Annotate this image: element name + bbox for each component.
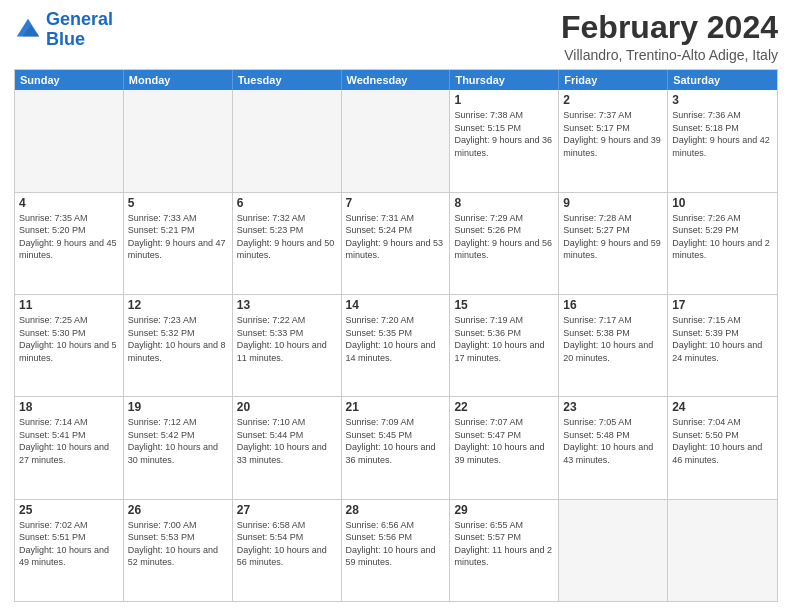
cal-cell-day-22: 22Sunrise: 7:07 AMSunset: 5:47 PMDayligh… — [450, 397, 559, 498]
cal-cell-day-27: 27Sunrise: 6:58 AMSunset: 5:54 PMDayligh… — [233, 500, 342, 601]
day-number-25: 25 — [19, 503, 119, 517]
header-day-friday: Friday — [559, 70, 668, 90]
day-number-13: 13 — [237, 298, 337, 312]
cell-detail-26: Sunrise: 7:00 AMSunset: 5:53 PMDaylight:… — [128, 519, 228, 569]
day-number-22: 22 — [454, 400, 554, 414]
day-number-28: 28 — [346, 503, 446, 517]
day-number-3: 3 — [672, 93, 773, 107]
cell-detail-29: Sunrise: 6:55 AMSunset: 5:57 PMDaylight:… — [454, 519, 554, 569]
cal-cell-day-6: 6Sunrise: 7:32 AMSunset: 5:23 PMDaylight… — [233, 193, 342, 294]
logo: General Blue — [14, 10, 113, 50]
day-number-5: 5 — [128, 196, 228, 210]
cal-cell-day-26: 26Sunrise: 7:00 AMSunset: 5:53 PMDayligh… — [124, 500, 233, 601]
day-number-16: 16 — [563, 298, 663, 312]
cell-detail-18: Sunrise: 7:14 AMSunset: 5:41 PMDaylight:… — [19, 416, 119, 466]
page: General Blue February 2024 Villandro, Tr… — [0, 0, 792, 612]
cell-detail-27: Sunrise: 6:58 AMSunset: 5:54 PMDaylight:… — [237, 519, 337, 569]
day-number-6: 6 — [237, 196, 337, 210]
cell-detail-5: Sunrise: 7:33 AMSunset: 5:21 PMDaylight:… — [128, 212, 228, 262]
cell-detail-19: Sunrise: 7:12 AMSunset: 5:42 PMDaylight:… — [128, 416, 228, 466]
day-number-7: 7 — [346, 196, 446, 210]
month-title: February 2024 — [561, 10, 778, 45]
cal-cell-day-1: 1Sunrise: 7:38 AMSunset: 5:15 PMDaylight… — [450, 90, 559, 191]
cell-detail-20: Sunrise: 7:10 AMSunset: 5:44 PMDaylight:… — [237, 416, 337, 466]
day-number-9: 9 — [563, 196, 663, 210]
header-day-thursday: Thursday — [450, 70, 559, 90]
cell-detail-8: Sunrise: 7:29 AMSunset: 5:26 PMDaylight:… — [454, 212, 554, 262]
cal-cell-day-25: 25Sunrise: 7:02 AMSunset: 5:51 PMDayligh… — [15, 500, 124, 601]
day-number-2: 2 — [563, 93, 663, 107]
day-number-23: 23 — [563, 400, 663, 414]
cal-cell-day-15: 15Sunrise: 7:19 AMSunset: 5:36 PMDayligh… — [450, 295, 559, 396]
cell-detail-1: Sunrise: 7:38 AMSunset: 5:15 PMDaylight:… — [454, 109, 554, 159]
cell-detail-12: Sunrise: 7:23 AMSunset: 5:32 PMDaylight:… — [128, 314, 228, 364]
cal-cell-day-3: 3Sunrise: 7:36 AMSunset: 5:18 PMDaylight… — [668, 90, 777, 191]
cal-cell-day-7: 7Sunrise: 7:31 AMSunset: 5:24 PMDaylight… — [342, 193, 451, 294]
header: General Blue February 2024 Villandro, Tr… — [14, 10, 778, 63]
cell-detail-11: Sunrise: 7:25 AMSunset: 5:30 PMDaylight:… — [19, 314, 119, 364]
day-number-26: 26 — [128, 503, 228, 517]
cell-detail-9: Sunrise: 7:28 AMSunset: 5:27 PMDaylight:… — [563, 212, 663, 262]
calendar-row-3: 18Sunrise: 7:14 AMSunset: 5:41 PMDayligh… — [15, 396, 777, 498]
day-number-20: 20 — [237, 400, 337, 414]
cell-detail-25: Sunrise: 7:02 AMSunset: 5:51 PMDaylight:… — [19, 519, 119, 569]
cal-cell-empty-0-2 — [233, 90, 342, 191]
day-number-1: 1 — [454, 93, 554, 107]
cal-cell-day-19: 19Sunrise: 7:12 AMSunset: 5:42 PMDayligh… — [124, 397, 233, 498]
cell-detail-14: Sunrise: 7:20 AMSunset: 5:35 PMDaylight:… — [346, 314, 446, 364]
cell-detail-4: Sunrise: 7:35 AMSunset: 5:20 PMDaylight:… — [19, 212, 119, 262]
calendar-body: 1Sunrise: 7:38 AMSunset: 5:15 PMDaylight… — [15, 90, 777, 601]
calendar-row-1: 4Sunrise: 7:35 AMSunset: 5:20 PMDaylight… — [15, 192, 777, 294]
cal-cell-day-28: 28Sunrise: 6:56 AMSunset: 5:56 PMDayligh… — [342, 500, 451, 601]
calendar-row-2: 11Sunrise: 7:25 AMSunset: 5:30 PMDayligh… — [15, 294, 777, 396]
header-day-monday: Monday — [124, 70, 233, 90]
calendar-header-row: SundayMondayTuesdayWednesdayThursdayFrid… — [15, 70, 777, 90]
cal-cell-day-4: 4Sunrise: 7:35 AMSunset: 5:20 PMDaylight… — [15, 193, 124, 294]
cal-cell-day-5: 5Sunrise: 7:33 AMSunset: 5:21 PMDaylight… — [124, 193, 233, 294]
cell-detail-23: Sunrise: 7:05 AMSunset: 5:48 PMDaylight:… — [563, 416, 663, 466]
day-number-15: 15 — [454, 298, 554, 312]
day-number-10: 10 — [672, 196, 773, 210]
cell-detail-21: Sunrise: 7:09 AMSunset: 5:45 PMDaylight:… — [346, 416, 446, 466]
logo-text-blue: Blue — [46, 29, 85, 49]
cell-detail-3: Sunrise: 7:36 AMSunset: 5:18 PMDaylight:… — [672, 109, 773, 159]
cal-cell-day-13: 13Sunrise: 7:22 AMSunset: 5:33 PMDayligh… — [233, 295, 342, 396]
cell-detail-7: Sunrise: 7:31 AMSunset: 5:24 PMDaylight:… — [346, 212, 446, 262]
cal-cell-day-20: 20Sunrise: 7:10 AMSunset: 5:44 PMDayligh… — [233, 397, 342, 498]
cal-cell-day-21: 21Sunrise: 7:09 AMSunset: 5:45 PMDayligh… — [342, 397, 451, 498]
cal-cell-day-8: 8Sunrise: 7:29 AMSunset: 5:26 PMDaylight… — [450, 193, 559, 294]
cal-cell-empty-0-3 — [342, 90, 451, 191]
day-number-17: 17 — [672, 298, 773, 312]
calendar-row-4: 25Sunrise: 7:02 AMSunset: 5:51 PMDayligh… — [15, 499, 777, 601]
logo-text-general: General — [46, 9, 113, 29]
day-number-11: 11 — [19, 298, 119, 312]
cal-cell-day-10: 10Sunrise: 7:26 AMSunset: 5:29 PMDayligh… — [668, 193, 777, 294]
day-number-19: 19 — [128, 400, 228, 414]
header-day-sunday: Sunday — [15, 70, 124, 90]
cell-detail-2: Sunrise: 7:37 AMSunset: 5:17 PMDaylight:… — [563, 109, 663, 159]
day-number-14: 14 — [346, 298, 446, 312]
day-number-24: 24 — [672, 400, 773, 414]
cell-detail-24: Sunrise: 7:04 AMSunset: 5:50 PMDaylight:… — [672, 416, 773, 466]
cal-cell-day-18: 18Sunrise: 7:14 AMSunset: 5:41 PMDayligh… — [15, 397, 124, 498]
cell-detail-6: Sunrise: 7:32 AMSunset: 5:23 PMDaylight:… — [237, 212, 337, 262]
cell-detail-10: Sunrise: 7:26 AMSunset: 5:29 PMDaylight:… — [672, 212, 773, 262]
logo-text: General Blue — [46, 10, 113, 50]
cell-detail-17: Sunrise: 7:15 AMSunset: 5:39 PMDaylight:… — [672, 314, 773, 364]
cell-detail-16: Sunrise: 7:17 AMSunset: 5:38 PMDaylight:… — [563, 314, 663, 364]
day-number-21: 21 — [346, 400, 446, 414]
cell-detail-22: Sunrise: 7:07 AMSunset: 5:47 PMDaylight:… — [454, 416, 554, 466]
day-number-12: 12 — [128, 298, 228, 312]
location-title: Villandro, Trentino-Alto Adige, Italy — [561, 47, 778, 63]
cal-cell-day-12: 12Sunrise: 7:23 AMSunset: 5:32 PMDayligh… — [124, 295, 233, 396]
cell-detail-15: Sunrise: 7:19 AMSunset: 5:36 PMDaylight:… — [454, 314, 554, 364]
cal-cell-day-2: 2Sunrise: 7:37 AMSunset: 5:17 PMDaylight… — [559, 90, 668, 191]
day-number-29: 29 — [454, 503, 554, 517]
cal-cell-day-16: 16Sunrise: 7:17 AMSunset: 5:38 PMDayligh… — [559, 295, 668, 396]
cal-cell-empty-0-1 — [124, 90, 233, 191]
cal-cell-empty-4-5 — [559, 500, 668, 601]
header-day-wednesday: Wednesday — [342, 70, 451, 90]
day-number-27: 27 — [237, 503, 337, 517]
day-number-8: 8 — [454, 196, 554, 210]
cal-cell-day-29: 29Sunrise: 6:55 AMSunset: 5:57 PMDayligh… — [450, 500, 559, 601]
